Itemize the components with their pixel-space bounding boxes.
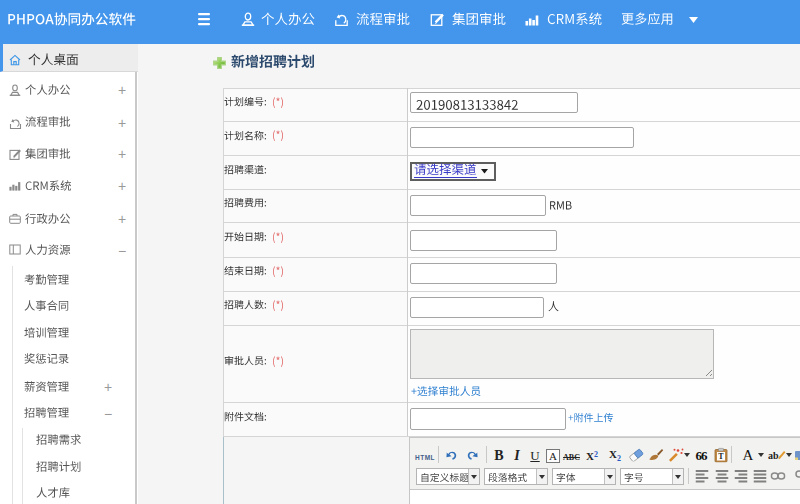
svg-text:T: T [718,452,724,461]
svg-text:ab: ab [768,450,779,461]
